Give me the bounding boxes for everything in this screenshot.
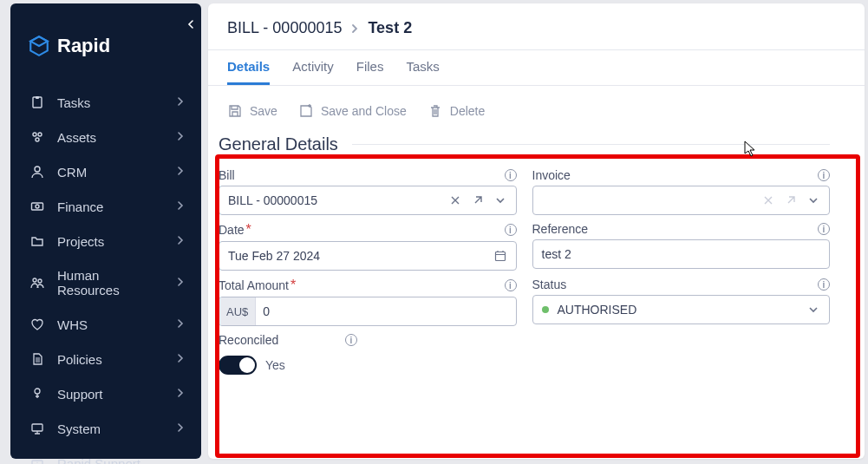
field-bill: Bill i BILL - 00000015 — [219, 168, 517, 215]
delete-button[interactable]: Delete — [427, 103, 485, 119]
tab-files[interactable]: Files — [356, 59, 384, 85]
chevron-right-icon — [175, 235, 187, 247]
toolbar-label: Save and Close — [321, 104, 407, 118]
logo-mark-icon — [28, 35, 50, 57]
date-input[interactable]: Tue Feb 27 2024 — [219, 241, 517, 271]
chevron-right-icon — [175, 166, 187, 178]
toggle-value-label: Yes — [265, 358, 285, 372]
field-total-amount: Total Amount* i AU$ 0 — [219, 278, 517, 326]
field-label: Total Amount — [219, 278, 289, 292]
chevron-down-icon[interactable] — [805, 301, 822, 318]
info-icon[interactable]: i — [505, 279, 517, 291]
open-link-icon — [782, 192, 799, 209]
total-amount-input[interactable]: AU$ 0 — [219, 297, 517, 326]
save-button[interactable]: Save — [227, 103, 277, 119]
section-title: General Details — [219, 134, 338, 154]
tab-details[interactable]: Details — [227, 59, 270, 85]
open-link-icon[interactable] — [469, 192, 486, 209]
status-dot-icon — [542, 306, 549, 313]
field-label: Reconciled — [219, 333, 278, 347]
sidebar-item-policies[interactable]: Policies — [10, 342, 201, 376]
tab-activity[interactable]: Activity — [292, 59, 334, 85]
input-value: 0 — [263, 304, 508, 318]
sidebar-item-label: Projects — [57, 234, 163, 249]
chevron-right-icon — [175, 96, 187, 108]
field-invoice: Invoice i — [532, 168, 831, 215]
svg-point-10 — [35, 389, 40, 394]
required-indicator: * — [246, 222, 251, 237]
svg-point-4 — [36, 138, 39, 141]
sidebar-item-projects[interactable]: Projects — [10, 224, 201, 258]
field-date: Date* i Tue Feb 27 2024 — [219, 222, 517, 271]
calendar-icon[interactable] — [492, 247, 509, 265]
save-icon — [227, 103, 243, 119]
sidebar-item-assets[interactable]: Assets — [10, 120, 201, 154]
sidebar-item-system[interactable]: System — [10, 411, 201, 446]
chevron-right-icon — [175, 200, 187, 212]
heart-icon — [29, 317, 45, 332]
field-label: Date — [219, 223, 245, 237]
sidebar-item-label: Rapid Support — [57, 456, 187, 465]
sidebar-item-support[interactable]: Support — [10, 376, 201, 411]
sidebar-item-crm[interactable]: CRM — [10, 154, 201, 189]
invoice-lookup-input[interactable] — [532, 186, 831, 215]
toggle-knob — [239, 357, 255, 373]
sidebar-item-tasks[interactable]: Tasks — [10, 85, 201, 120]
sidebar-item-hr[interactable]: Human Resources — [10, 258, 201, 307]
info-icon[interactable]: i — [345, 334, 357, 346]
breadcrumb: BILL - 00000015 Test 2 — [208, 3, 865, 49]
people-icon — [29, 275, 45, 291]
sidebar-nav: Tasks Assets CRM Finance Projects Human … — [10, 82, 201, 464]
svg-rect-11 — [32, 424, 42, 431]
svg-point-3 — [38, 133, 42, 136]
toolbar-label: Save — [250, 104, 277, 118]
sidebar-collapse-button[interactable] — [184, 17, 198, 31]
save-close-icon — [298, 103, 314, 119]
chevron-right-icon — [175, 277, 187, 289]
input-value: BILL - 00000015 — [228, 193, 441, 207]
status-select[interactable]: AUTHORISED — [532, 295, 831, 324]
brand-logo: Rapid — [10, 3, 201, 82]
sidebar-item-finance[interactable]: Finance — [10, 189, 201, 224]
chevron-right-icon — [175, 131, 187, 143]
sidebar-item-label: Support — [57, 387, 163, 402]
input-value: test 2 — [542, 247, 823, 261]
info-icon[interactable]: i — [505, 224, 517, 236]
field-status: Status i AUTHORISED — [532, 278, 831, 326]
reference-input[interactable]: test 2 — [532, 239, 831, 269]
system-icon — [29, 421, 45, 436]
field-label: Status — [532, 278, 567, 291]
clear-icon[interactable] — [447, 192, 464, 209]
field-label: Invoice — [532, 168, 571, 182]
info-icon[interactable]: i — [818, 169, 830, 181]
chevron-down-icon[interactable] — [805, 192, 822, 209]
chevron-right-icon — [350, 23, 359, 34]
breadcrumb-current: Test 2 — [368, 19, 412, 37]
trash-icon — [427, 103, 443, 119]
toolbar: Save Save and Close Delete — [208, 86, 865, 127]
form-grid: Bill i BILL - 00000015 Invoice i — [219, 168, 830, 375]
sidebar-item-rapid-support[interactable]: Rapid Support — [10, 446, 201, 464]
svg-point-7 — [36, 205, 39, 208]
info-icon[interactable]: i — [505, 169, 517, 181]
breadcrumb-parent[interactable]: BILL - 00000015 — [227, 19, 342, 37]
reconciled-toggle[interactable] — [219, 356, 257, 375]
document-icon — [29, 351, 45, 367]
toolbar-label: Delete — [450, 104, 485, 118]
section-header: General Details — [219, 134, 830, 154]
info-icon[interactable]: i — [818, 223, 830, 235]
divider — [352, 144, 830, 145]
save-and-close-button[interactable]: Save and Close — [298, 103, 407, 119]
sidebar-item-label: Human Resources — [57, 268, 163, 297]
tab-tasks[interactable]: Tasks — [406, 59, 439, 85]
info-icon[interactable]: i — [818, 278, 830, 291]
chevron-right-icon — [175, 353, 187, 365]
chevron-down-icon[interactable] — [492, 192, 509, 209]
sidebar-item-whs[interactable]: WHS — [10, 307, 201, 342]
chevron-right-icon — [175, 318, 187, 330]
svg-point-8 — [33, 278, 36, 282]
clear-icon — [760, 192, 777, 209]
sidebar-item-label: CRM — [57, 165, 163, 180]
bill-lookup-input[interactable]: BILL - 00000015 — [219, 186, 517, 215]
svg-point-2 — [33, 133, 36, 136]
